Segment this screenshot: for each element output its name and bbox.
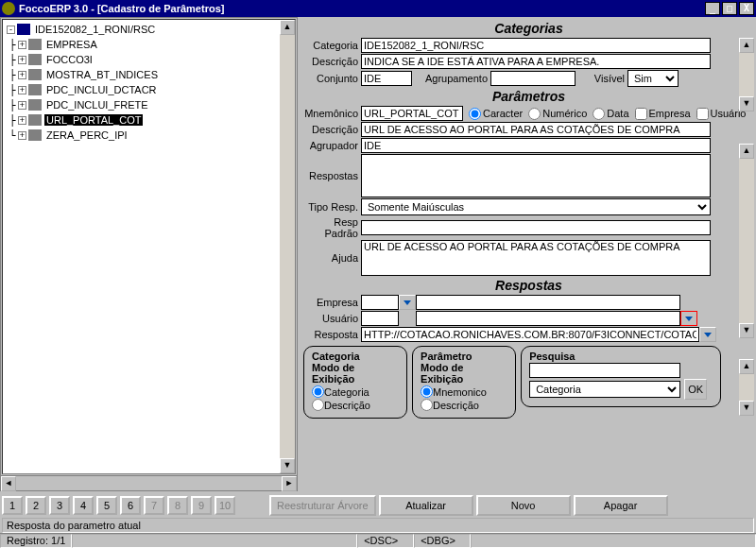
pesquisa-ok-button[interactable]: OK <box>684 379 707 400</box>
tree-item[interactable]: ├+PDC_INCLUI_FRETE <box>7 97 291 112</box>
expand-icon[interactable]: + <box>18 56 26 64</box>
item-icon <box>28 39 42 50</box>
minimize-button[interactable]: _ <box>705 2 720 15</box>
dbg-cell: <DBG> <box>414 534 471 548</box>
ajuda-textarea[interactable]: URL DE ACESSO AO PORTAL PARA AS COTAÇÕES… <box>361 240 711 276</box>
heading-parametros: Parâmetros <box>303 89 754 104</box>
close-button[interactable]: X <box>739 2 754 15</box>
par-mode-desc-radio[interactable] <box>421 399 433 411</box>
empresa-check[interactable] <box>635 108 647 120</box>
pesquisa-select[interactable]: Categoria <box>529 381 680 398</box>
usuario-check[interactable] <box>696 108 709 120</box>
expand-icon[interactable]: + <box>18 101 26 110</box>
cat-mode-descricao-radio[interactable] <box>312 399 324 411</box>
page-2-button[interactable]: 2 <box>26 496 46 515</box>
bottom-bar: 1 2 3 4 5 6 7 8 9 10 Reestruturar Árvore… <box>0 491 756 533</box>
app-logo-icon <box>2 2 15 15</box>
par-mode-mnem-radio[interactable] <box>421 385 433 398</box>
page-9-button[interactable]: 9 <box>191 496 212 515</box>
scroll-left-icon[interactable]: ◄ <box>1 476 16 491</box>
agrupador-input[interactable] <box>361 138 711 153</box>
reestruturar-button[interactable]: Reestruturar Árvore <box>269 495 376 516</box>
title-bar: FoccoERP 3.0 - [Cadastro de Parâmetros] … <box>0 0 756 17</box>
expand-icon[interactable]: + <box>18 86 26 94</box>
atualizar-button[interactable]: Atualizar <box>379 495 473 516</box>
pesquisa-input[interactable] <box>529 363 680 378</box>
resp-usuario-desc-input[interactable] <box>416 311 680 326</box>
tree-panel: - IDE152082_1_RONI/RSC ├+EMPRESA ├+FOCCO… <box>0 17 298 491</box>
item-icon <box>28 69 42 80</box>
window-title: FoccoERP 3.0 - [Cadastro de Parâmetros] <box>19 3 705 14</box>
cat-mode-categoria-radio[interactable] <box>312 385 324 398</box>
param-descricao-input[interactable] <box>361 122 711 137</box>
heading-categorias: Categorias <box>303 21 754 36</box>
novo-button[interactable]: Novo <box>476 495 571 516</box>
tipo-caracter-radio[interactable] <box>469 108 481 120</box>
tipo-numerico-radio[interactable] <box>528 108 541 120</box>
resp-empresa-desc-input[interactable] <box>416 295 680 310</box>
tiporesp-select[interactable]: Somente Maiúsculas <box>361 198 711 215</box>
tree-item[interactable]: ├+MOSTRA_BT_INDICES <box>7 67 291 82</box>
parametro-mode-group: Parâmetro Modo de Exibição Mnemonico Des… <box>412 346 516 419</box>
tree-item[interactable]: └+ZERA_PERC_IPI <box>7 128 291 143</box>
scroll-right-icon[interactable]: ► <box>282 476 297 491</box>
tree-item[interactable]: ├+FOCCO3I <box>7 52 291 67</box>
respostas-scroll[interactable]: ▲▼ <box>739 359 754 416</box>
tree-vscroll[interactable]: ▲▼ <box>280 20 295 473</box>
folder-icon <box>17 24 30 35</box>
conjunto-input[interactable] <box>361 71 412 86</box>
page-5-button[interactable]: 5 <box>96 496 117 515</box>
maximize-button[interactable]: □ <box>722 2 737 15</box>
status-bar: Resposta do parametro atual <box>2 518 754 533</box>
pesquisa-group: Pesquisa CategoriaOK <box>521 346 721 407</box>
expand-icon[interactable]: + <box>18 131 26 140</box>
expand-icon[interactable]: + <box>18 116 26 125</box>
respostas-textarea[interactable] <box>361 154 711 197</box>
registro-cell: Registro: 1/1 <box>0 534 72 548</box>
apagar-button[interactable]: Apagar <box>574 495 668 516</box>
arrow-down-icon <box>685 317 693 321</box>
categorias-scroll[interactable]: ▲▼ <box>739 38 754 111</box>
resp-empresa-input[interactable] <box>361 295 399 310</box>
tree-view[interactable]: - IDE152082_1_RONI/RSC ├+EMPRESA ├+FOCCO… <box>2 19 296 474</box>
page-1-button[interactable]: 1 <box>2 496 23 515</box>
scroll-down-icon[interactable]: ▼ <box>280 458 295 473</box>
page-6-button[interactable]: 6 <box>120 496 141 515</box>
resppadrao-input[interactable] <box>361 220 711 235</box>
tree-hscroll[interactable]: ◄► <box>1 475 297 490</box>
expand-icon[interactable]: + <box>18 41 26 49</box>
visivel-select[interactable]: Sim <box>627 70 679 87</box>
page-3-button[interactable]: 3 <box>49 496 70 515</box>
form-panel: Categorias ▲▼ Categoria Descrição Conjun… <box>298 17 756 491</box>
item-icon <box>28 84 42 95</box>
scroll-up-icon[interactable]: ▲ <box>280 20 295 35</box>
tree-item[interactable]: ├+EMPRESA <box>7 37 291 52</box>
collapse-icon[interactable]: - <box>7 26 15 34</box>
item-icon <box>28 129 42 141</box>
empresa-lookup-button[interactable] <box>399 295 416 310</box>
resp-usuario-input[interactable] <box>361 311 399 326</box>
resposta-lookup-button[interactable] <box>699 327 716 342</box>
tree-item[interactable]: ├+PDC_INCLUI_DCTACR <box>7 82 291 97</box>
expand-icon[interactable]: + <box>18 71 26 79</box>
cat-descricao-input[interactable] <box>361 54 711 69</box>
page-10-button[interactable]: 10 <box>215 496 235 515</box>
page-8-button[interactable]: 8 <box>167 496 188 515</box>
page-4-button[interactable]: 4 <box>73 496 94 515</box>
resp-resposta-input[interactable] <box>361 327 699 342</box>
dsc-cell: <DSC> <box>357 534 414 548</box>
footer-bar: Registro: 1/1 <DSC> <DBG> <box>0 533 756 548</box>
tree-item-selected[interactable]: ├+URL_PORTAL_COT <box>7 112 291 128</box>
agrupamento-input[interactable] <box>490 71 576 86</box>
arrow-down-icon <box>704 333 712 337</box>
tipo-data-radio[interactable] <box>593 108 605 120</box>
item-icon <box>28 114 42 126</box>
usuario-lookup-button[interactable] <box>680 311 697 326</box>
tree-root[interactable]: - IDE152082_1_RONI/RSC <box>7 22 291 37</box>
categoria-input[interactable] <box>361 38 711 53</box>
parametros-scroll[interactable]: ▲▼ <box>739 144 754 338</box>
item-icon <box>28 99 42 111</box>
page-7-button[interactable]: 7 <box>144 496 164 515</box>
mnemonico-input[interactable] <box>361 106 463 121</box>
item-icon <box>28 54 42 65</box>
